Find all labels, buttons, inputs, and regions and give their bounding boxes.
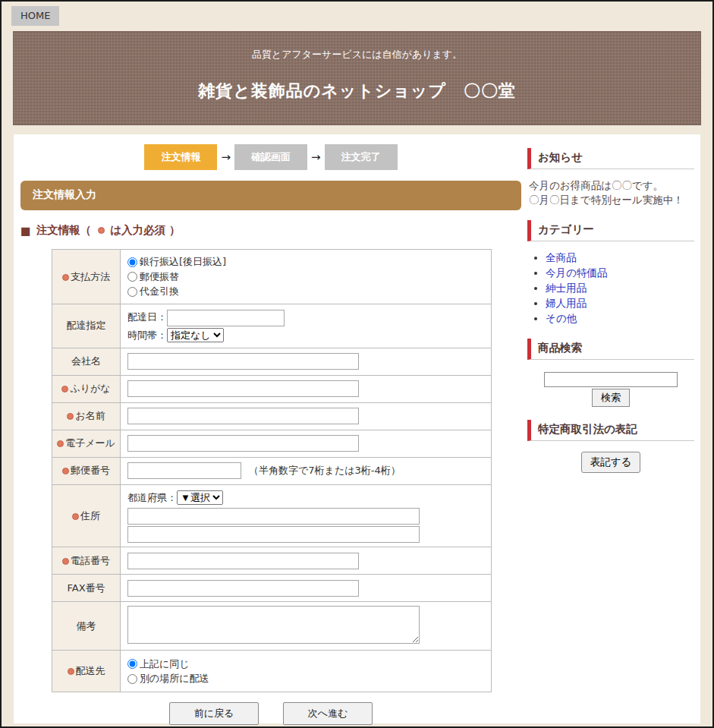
sidebar: お知らせ 今月のお得商品は〇〇です。 〇月〇日まで特別セール実施中！ カテゴリー… (527, 144, 694, 723)
category-link-mens[interactable]: 紳士用品 (546, 282, 587, 294)
tokutei-heading: 特定商取引法の表記 (527, 420, 694, 441)
radio-label: 銀行振込[後日振込] (140, 254, 226, 269)
tokutei-button[interactable]: 表記する (581, 452, 641, 473)
list-item: その他 (546, 312, 694, 326)
row-label-text: FAX番号 (67, 582, 105, 594)
company-input[interactable] (127, 353, 359, 370)
search-button[interactable]: 検索 (592, 389, 630, 407)
news-line: 〇月〇日まで特別セール実施中！ (529, 193, 694, 207)
prefecture-select[interactable]: ▼選択 (177, 490, 223, 505)
row-value-fax (121, 575, 492, 602)
row-value-phone (121, 547, 492, 575)
step-arrow-icon: → (221, 150, 231, 164)
main-column: 注文情報 → 確認画面 → 注文完了 注文情報入力 ■ 注文情報（ は入力必須 … (20, 144, 521, 723)
list-item: 婦人用品 (546, 297, 694, 310)
table-row-email: 電子メール (52, 430, 492, 457)
name-input[interactable] (127, 408, 359, 424)
section-heading: ■ 注文情報（ は入力必須 ） (20, 223, 521, 238)
list-item: 今月の特価品 (546, 266, 694, 280)
row-value-memo (121, 602, 492, 651)
search-input[interactable] (544, 372, 678, 387)
list-item: 全商品 (546, 251, 694, 265)
row-label-furigana: ふりがな (52, 375, 121, 402)
category-link-all[interactable]: 全商品 (546, 251, 577, 263)
required-dot-icon (68, 668, 74, 675)
furigana-input[interactable] (127, 380, 359, 397)
phone-input[interactable] (127, 553, 359, 569)
shipto-radio-same[interactable] (127, 659, 137, 669)
step-indicator: 注文情報 → 確認画面 → 注文完了 (20, 144, 521, 170)
table-row-company: 会社名 (52, 348, 492, 375)
payment-option-postal[interactable]: 郵便振替 (127, 269, 484, 285)
form-buttons: 前に戻る 次へ進む (20, 702, 521, 725)
shipto-option-same[interactable]: 上記に同じ (127, 657, 484, 672)
prefecture-label: 都道府県： (127, 492, 177, 503)
row-label-text: 住所 (80, 510, 100, 522)
row-label-text: 配達指定 (67, 320, 106, 331)
news-line: 今月のお得商品は〇〇です。 (529, 178, 694, 193)
required-dot-icon (62, 558, 69, 565)
page-title: 注文情報入力 (20, 181, 521, 210)
row-value-email (121, 430, 492, 457)
payment-radio-bank[interactable] (127, 257, 137, 267)
row-label-address: 住所 (52, 484, 121, 547)
row-label-text: 配送先 (76, 665, 105, 676)
email-input[interactable] (127, 435, 359, 452)
payment-option-bank[interactable]: 銀行振込[後日振込] (127, 254, 484, 269)
radio-label: 別の場所に配送 (140, 671, 209, 686)
zip-input[interactable] (127, 462, 241, 479)
row-value-delivery: 配達日： 時間帯：指定なし (121, 304, 492, 348)
table-row-memo: 備考 (52, 602, 492, 651)
category-link-special[interactable]: 今月の特価品 (546, 266, 607, 279)
category-link-other[interactable]: その他 (546, 312, 577, 324)
search-heading: 商品検索 (527, 339, 694, 360)
row-label-text: 電子メール (65, 437, 115, 449)
row-value-shipto: 上記に同じ 別の場所に配送 (121, 651, 492, 692)
row-label-phone: 電話番号 (52, 547, 121, 575)
delivery-time-select[interactable]: 指定なし (167, 328, 224, 342)
step-confirm: 確認画面 (234, 144, 307, 170)
row-label-company: 会社名 (52, 348, 121, 375)
news-heading: お知らせ (527, 148, 694, 169)
content-panel: 注文情報 → 確認画面 → 注文完了 注文情報入力 ■ 注文情報（ は入力必須 … (14, 134, 700, 723)
site-tagline: 品質とアフターサービスには自信があります。 (14, 32, 700, 61)
step-arrow-icon: → (311, 150, 321, 164)
table-row-address: 住所 都道府県：▼選択 (52, 484, 492, 547)
category-list: 全商品 今月の特価品 紳士用品 婦人用品 その他 (532, 251, 694, 326)
home-tab[interactable]: HOME (11, 6, 59, 26)
address-line2-input[interactable] (127, 526, 420, 543)
row-label-text: 郵便番号 (71, 465, 110, 476)
next-button[interactable]: 次へ進む (283, 702, 373, 725)
table-row-fax: FAX番号 (52, 575, 492, 602)
required-dot-icon (61, 386, 68, 392)
required-dot-icon (72, 513, 79, 520)
row-label-text: ふりがな (70, 383, 110, 394)
payment-radio-postal[interactable] (127, 272, 137, 282)
row-value-name (121, 402, 492, 430)
table-row-phone: 電話番号 (52, 547, 492, 575)
memo-textarea[interactable] (127, 606, 420, 644)
shipto-option-other[interactable]: 別の場所に配送 (127, 671, 484, 686)
delivery-date-input[interactable] (167, 310, 285, 326)
address-line1-input[interactable] (127, 508, 420, 525)
back-button[interactable]: 前に戻る (169, 702, 259, 725)
radio-label: 郵便振替 (140, 269, 179, 285)
row-value-address: 都道府県：▼選択 (121, 484, 492, 547)
list-item: 紳士用品 (546, 282, 694, 295)
payment-option-cod[interactable]: 代金引換 (127, 284, 484, 299)
payment-radio-cod[interactable] (127, 287, 137, 297)
delivery-time-label: 時間帯： (127, 329, 167, 341)
required-dot-icon (98, 227, 105, 234)
required-dot-icon (67, 413, 74, 420)
row-label-email: 電子メール (52, 430, 121, 457)
row-label-shipto: 配送先 (52, 651, 121, 692)
row-value-furigana (121, 375, 492, 402)
required-dot-icon (62, 468, 69, 474)
fax-input[interactable] (127, 580, 359, 597)
category-link-womens[interactable]: 婦人用品 (546, 297, 587, 309)
order-form-table: 支払方法 銀行振込[後日振込] 郵便振替 代金引換 配達指定 配達日： 時間帯：… (52, 249, 492, 692)
table-row-payment: 支払方法 銀行振込[後日振込] 郵便振替 代金引換 (52, 250, 492, 304)
table-row-furigana: ふりがな (52, 375, 492, 402)
table-row-delivery: 配達指定 配達日： 時間帯：指定なし (52, 304, 492, 348)
shipto-radio-other[interactable] (127, 674, 137, 684)
